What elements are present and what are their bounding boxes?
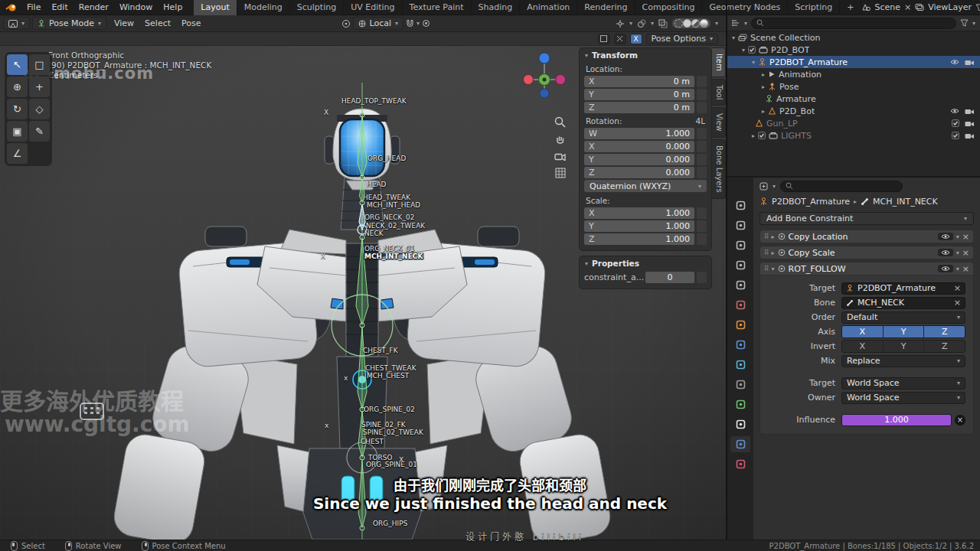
overlays-dropdown[interactable]: ▾ [651,20,654,27]
value-field[interactable]: Z1.000 [584,233,694,245]
decorator-button[interactable] [697,141,707,152]
n-panel-tab-tool[interactable]: Tool [712,79,726,106]
shading-dropdown[interactable]: ▾ [715,20,718,27]
outliner-row-armature[interactable]: Armature [727,93,980,105]
exclude-checkbox[interactable] [952,119,959,127]
editor-type-button[interactable]: ▾ [3,17,30,30]
decorator-button[interactable] [697,167,707,178]
outliner-row-lights[interactable]: ▸LIGHTS [727,129,980,142]
value-field[interactable]: Z0 m [584,102,694,113]
snap-magnet-icon[interactable] [406,19,414,28]
transform-tool[interactable]: ▣ [7,121,28,142]
outliner-search-input[interactable] [751,18,956,29]
delete-constraint-button[interactable]: × [962,265,969,273]
decorator-button[interactable] [697,220,707,232]
rotate-tool[interactable]: ↻ [7,99,28,119]
decorator-button[interactable] [697,233,707,245]
menubar-menu-edit[interactable]: Edit [46,0,73,15]
properties-tab-scene[interactable] [730,277,750,293]
value-field[interactable]: Y1.000 [584,220,694,232]
camera-view-icon[interactable] [554,152,566,161]
workspace-tab-compositing[interactable]: Compositing [635,0,703,15]
constraint-copy-scale[interactable]: ⠿ ▸ Copy Scale ▾ × [760,246,974,259]
properties-tab-render[interactable] [730,217,750,233]
rotation-mode-selector[interactable]: Quaternion (WXYZ)▾ [584,180,707,192]
value-field[interactable]: Y0 m [584,89,694,100]
workspace-tab-rendering[interactable]: Rendering [577,0,635,15]
target-object-field[interactable]: P2DBOT_Armature × [841,282,965,295]
shading-solid-icon[interactable] [683,19,691,28]
collection-checkbox[interactable] [758,132,766,139]
value-field[interactable]: Z0.000 [584,167,694,178]
exclude-checkbox[interactable] [952,132,959,139]
expand-icon[interactable]: ▾ [742,47,745,54]
cursor-tool[interactable]: ⊕ [7,77,28,97]
workspace-tab-texture-paint[interactable]: Texture Paint [403,0,472,15]
delete-constraint-button[interactable]: × [962,233,969,241]
workspace-tab-modeling[interactable]: Modeling [237,0,290,15]
viewport-menu-pose[interactable]: Pose [176,16,206,31]
shading-wireframe-icon[interactable] [675,19,683,28]
axis-z-toggle[interactable]: Z [924,326,965,337]
menubar-menu-window[interactable]: Window [114,0,158,15]
outliner-display-mode[interactable]: ▾ [744,20,747,27]
expand-icon[interactable]: ▾ [752,59,755,66]
expand-icon[interactable]: ▾ [732,34,735,41]
order-dropdown[interactable]: Default▾ [841,311,965,324]
breadcrumb-object[interactable]: P2DBOT_Armature [772,197,850,207]
decorator-button[interactable] [697,102,707,113]
expand-icon[interactable]: ▸ [762,83,765,90]
expand-icon[interactable]: ▸ [762,108,765,115]
viewport-menu-select[interactable]: Select [139,16,176,31]
snap-base-icon[interactable] [614,34,626,44]
disable-render-camera-icon[interactable] [965,108,974,115]
workspace-tab-sculpting[interactable]: Sculpting [290,0,344,15]
overlays-toggle-icon[interactable] [637,19,646,28]
decorator-button[interactable] [697,89,707,100]
properties-tab-tool[interactable] [730,197,750,214]
zoom-icon[interactable] [554,116,566,128]
axis-x-toggle[interactable]: X [842,326,884,337]
workspace-tab-layout[interactable]: Layout [194,0,237,15]
properties-tab-object-constraint[interactable] [730,377,750,393]
decorator-button[interactable] [697,207,707,219]
properties-tab-output[interactable] [730,237,750,253]
collapse-icon[interactable]: ▾ [772,266,775,272]
transform-panel-header[interactable]: ▾Transform [580,48,711,62]
xray-toggle-icon[interactable] [658,19,668,28]
properties-tab-bone[interactable] [730,416,750,432]
navigation-gizmo[interactable] [519,49,570,105]
mirror-x-toggle[interactable]: X [630,34,642,44]
properties-tab-object[interactable] [730,317,750,333]
drag-handle-icon[interactable]: ⠿ [764,233,769,240]
value-field[interactable]: W1.000 [584,128,694,139]
measure-tool[interactable]: ∠ [7,143,28,164]
disable-render-camera-icon[interactable] [965,120,974,127]
gizmos-toggle-icon[interactable] [616,19,625,28]
outliner-row-pose[interactable]: ▸Pose [727,80,980,93]
clear-bone-button[interactable]: × [954,298,961,307]
tweak-select-tool[interactable]: ↖ [7,54,28,75]
outliner-row-p2dbot_armature[interactable]: ▾P2DBOT_Armature [727,56,980,68]
outliner-filter-dropdown[interactable]: ▾ [972,20,975,27]
properties-tab-modifiers[interactable] [730,337,750,353]
disable-render-camera-icon[interactable] [965,132,974,139]
proportional-edit-icon[interactable] [422,19,430,28]
snap-dropdown[interactable]: ▾ [416,20,420,27]
outliner-row-p2d_bot[interactable]: ▸P2D_Bot [727,105,980,117]
annotate-tool[interactable]: ✎ [29,121,50,142]
gizmos-dropdown[interactable]: ▾ [629,20,632,27]
constraint-copy-location[interactable]: ⠿ ▸ Copy Location ▾ × [760,230,974,243]
outliner-row-p2d_bot[interactable]: ▾P2D_BOT [727,44,980,56]
select-box-tool[interactable]: □ [29,54,50,75]
constraint-extras-dropdown[interactable]: ▾ [956,249,959,256]
menubar-menu-help[interactable]: Help [158,0,188,15]
mode-selector[interactable]: Pose Mode▾ [32,17,106,30]
drag-handle-icon[interactable]: ⠿ [764,249,769,256]
value-field[interactable]: X0 m [584,76,694,87]
constraint-rot-follow[interactable]: ⠿ ▾ ROT_FOLLOW ▾ × [760,262,974,276]
n-panel-tab-bone-layers[interactable]: Bone Layers [712,139,726,199]
invert-z-toggle[interactable]: Z [924,341,965,352]
eye-icon[interactable] [941,233,950,240]
influence-slider[interactable]: 1.000 [841,414,952,426]
